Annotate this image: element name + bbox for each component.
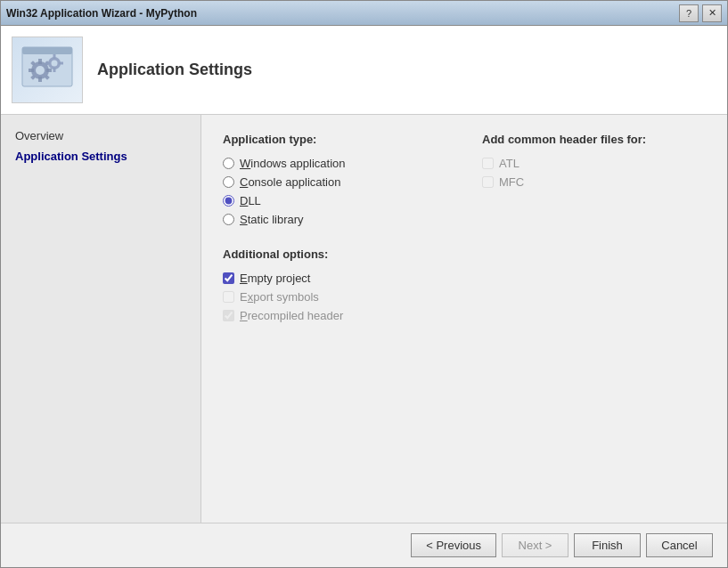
checkbox-mfc-input xyxy=(482,176,494,188)
radio-windows-input[interactable] xyxy=(223,158,234,169)
header-files-checkbox-group: ATL MFC xyxy=(482,157,706,189)
svg-rect-15 xyxy=(53,68,56,72)
sidebar-item-application-settings[interactable]: Application Settings xyxy=(8,146,193,166)
app-type-radio-group: Windows application Console application … xyxy=(223,157,446,226)
app-type-column: Application type: Windows application Co… xyxy=(223,133,446,230)
wizard-logo xyxy=(20,45,74,94)
radio-console-input[interactable] xyxy=(223,176,234,188)
svg-rect-14 xyxy=(53,54,56,59)
checkbox-atl: ATL xyxy=(482,157,706,170)
radio-console-application[interactable]: Console application xyxy=(223,175,446,189)
help-button[interactable]: ? xyxy=(679,4,699,22)
radio-windows-application[interactable]: Windows application xyxy=(223,157,446,170)
radio-dll-label: DLL xyxy=(240,194,261,207)
svg-rect-17 xyxy=(59,62,63,65)
header-files-label: Add common header files for: xyxy=(482,133,706,146)
window-title: Win32 Application Wizard - MyPython xyxy=(6,7,197,20)
additional-options-section: Additional options: Empty project Export… xyxy=(223,247,706,322)
footer: < Previous Next > Finish Cancel xyxy=(1,523,727,567)
svg-rect-7 xyxy=(46,69,52,72)
svg-rect-1 xyxy=(22,47,72,54)
content-area: Application type: Windows application Co… xyxy=(201,115,727,523)
app-type-label: Application type: xyxy=(223,133,446,146)
finish-button[interactable]: Finish xyxy=(574,533,641,557)
radio-dll-input[interactable] xyxy=(223,195,234,207)
checkbox-mfc: MFC xyxy=(482,175,706,189)
checkbox-precompiled-header-label: Precompiled header xyxy=(240,309,343,322)
checkbox-export-symbols-label: Export symbols xyxy=(240,290,319,304)
radio-console-label: Console application xyxy=(240,175,340,189)
checkbox-export-symbols: Export symbols xyxy=(223,290,706,304)
header-files-column: Add common header files for: ATL MFC xyxy=(482,133,706,230)
checkbox-atl-label: ATL xyxy=(499,157,519,170)
main-window: Win32 Application Wizard - MyPython ? ✕ xyxy=(0,0,728,568)
checkbox-mfc-label: MFC xyxy=(499,175,524,189)
checkbox-empty-project-label: Empty project xyxy=(240,272,310,285)
close-button[interactable]: ✕ xyxy=(702,4,722,22)
svg-rect-4 xyxy=(38,59,42,64)
radio-static-label: Static library xyxy=(240,213,304,226)
previous-button[interactable]: < Previous xyxy=(411,533,496,557)
page-title: Application Settings xyxy=(97,61,252,79)
additional-options-label: Additional options: xyxy=(223,247,706,261)
radio-static-library[interactable]: Static library xyxy=(223,213,446,226)
sidebar-item-overview[interactable]: Overview xyxy=(8,126,193,146)
two-column-layout: Application type: Windows application Co… xyxy=(223,133,706,230)
svg-point-13 xyxy=(52,61,58,67)
checkbox-export-symbols-input xyxy=(223,291,234,303)
svg-rect-5 xyxy=(38,77,42,82)
svg-rect-6 xyxy=(29,69,34,72)
svg-rect-16 xyxy=(45,62,50,65)
additional-checkbox-group: Empty project Export symbols Precompiled… xyxy=(223,272,706,322)
radio-windows-label: Windows application xyxy=(240,157,346,170)
next-button: Next > xyxy=(502,533,568,557)
checkbox-empty-project[interactable]: Empty project xyxy=(223,272,706,285)
logo-box xyxy=(12,37,83,103)
radio-static-input[interactable] xyxy=(223,214,234,225)
title-bar: Win32 Application Wizard - MyPython ? ✕ xyxy=(1,1,727,26)
title-bar-buttons: ? ✕ xyxy=(679,4,722,22)
checkbox-precompiled-header: Precompiled header xyxy=(223,309,706,322)
svg-point-3 xyxy=(36,66,45,75)
cancel-button[interactable]: Cancel xyxy=(646,533,713,557)
sidebar: Overview Application Settings xyxy=(1,115,201,523)
radio-dll[interactable]: DLL xyxy=(223,194,446,207)
checkbox-precompiled-header-input xyxy=(223,310,234,321)
checkbox-atl-input xyxy=(482,158,494,169)
header-area: Application Settings xyxy=(1,26,727,115)
main-area: Overview Application Settings Applicatio… xyxy=(1,115,727,523)
checkbox-empty-project-input[interactable] xyxy=(223,272,234,284)
